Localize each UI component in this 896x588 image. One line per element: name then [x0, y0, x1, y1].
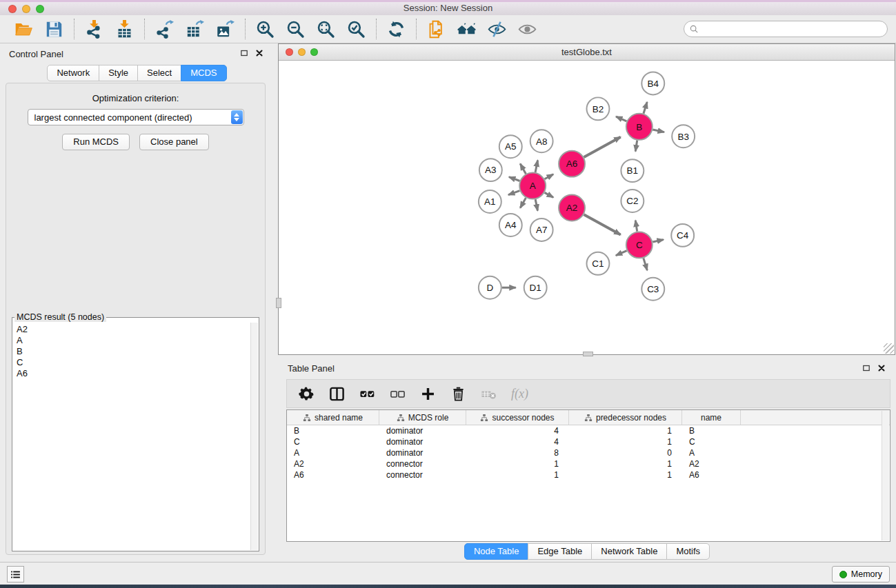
table-tab-network-table[interactable]: Network Table	[591, 543, 667, 560]
graph-node-A[interactable]: A	[519, 173, 546, 199]
table-cell[interactable]: dominator	[379, 447, 466, 458]
graph-node-C3[interactable]: C3	[641, 278, 664, 301]
table-cell[interactable]: C	[287, 436, 379, 447]
open-file-icon[interactable]	[14, 20, 33, 39]
mcds-result-item[interactable]: A6	[17, 368, 250, 379]
graph-node-A5[interactable]: A5	[499, 135, 522, 158]
mcds-result-item[interactable]: C	[17, 357, 250, 368]
import-network-icon[interactable]	[85, 20, 103, 39]
control-tab-select[interactable]: Select	[137, 65, 181, 81]
table-tab-motifs[interactable]: Motifs	[666, 543, 710, 560]
table-cell[interactable]: 1	[466, 469, 569, 480]
graph-node-B2[interactable]: B2	[587, 97, 610, 120]
graph-edge-A-A2[interactable]	[545, 192, 554, 197]
export-network-icon[interactable]	[155, 20, 174, 39]
close-window-button[interactable]	[8, 5, 17, 13]
graph-node-A7[interactable]: A7	[530, 219, 553, 241]
search-box[interactable]	[684, 21, 888, 37]
graph-node-A1[interactable]: A1	[479, 190, 501, 213]
column-header-name[interactable]: name	[682, 410, 741, 425]
task-history-button[interactable]	[7, 566, 24, 582]
split-columns-icon[interactable]	[329, 386, 345, 402]
clone-network-icon[interactable]	[427, 20, 446, 39]
table-cell[interactable]: 4	[466, 436, 569, 447]
graph-node-B4[interactable]: B4	[641, 72, 664, 94]
minimize-window-button[interactable]	[22, 5, 30, 13]
graph-edge-C-C3[interactable]	[644, 258, 647, 270]
zoom-in-icon[interactable]	[256, 20, 275, 39]
deselect-all-icon[interactable]	[390, 386, 406, 402]
table-tab-edge-table[interactable]: Edge Table	[528, 543, 592, 560]
float-panel-icon[interactable]	[239, 48, 249, 58]
table-cell[interactable]: 1	[569, 425, 682, 436]
graph-node-B1[interactable]: B1	[621, 159, 644, 182]
graph-edge-B-B2[interactable]	[616, 116, 626, 121]
column-header-successor-nodes[interactable]: successor nodes	[466, 410, 569, 425]
control-tab-mcds[interactable]: MCDS	[181, 65, 226, 81]
graph-edge-A-A5[interactable]	[520, 164, 526, 174]
close-table-panel-icon[interactable]	[877, 363, 886, 373]
table-tab-node-table[interactable]: Node Table	[464, 543, 529, 560]
close-panel-button[interactable]: Close panel	[139, 134, 209, 150]
table-cell[interactable]: 8	[466, 447, 569, 458]
table-scrollbar[interactable]	[882, 411, 889, 540]
memory-button[interactable]: Memory	[832, 566, 890, 582]
table-cell[interactable]: 1	[569, 436, 682, 447]
graph-node-A8[interactable]: A8	[530, 130, 553, 152]
graph-node-A6[interactable]: A6	[559, 151, 585, 177]
table-cell[interactable]: A6	[682, 469, 741, 480]
graph-edge-C-C2[interactable]	[635, 221, 637, 232]
mcds-result-item[interactable]: B	[17, 346, 250, 357]
graph-node-D[interactable]: D	[479, 276, 501, 299]
graph-edge-A2-C[interactable]	[584, 214, 621, 234]
control-tab-style[interactable]: Style	[99, 65, 138, 81]
column-header-predecessor-nodes[interactable]: predecessor nodes	[569, 410, 682, 425]
graph-edge-B-B3[interactable]	[653, 130, 664, 132]
refresh-icon[interactable]	[387, 20, 406, 39]
window-resize-grip[interactable]	[884, 343, 894, 354]
optimization-criterion-select[interactable]: largest connected component (directed)	[28, 109, 244, 125]
table-cell[interactable]: connector	[379, 458, 466, 469]
graph-edge-A6-B[interactable]	[584, 137, 621, 157]
table-cell[interactable]: A	[287, 447, 379, 458]
mcds-list-scrollbar[interactable]	[250, 323, 258, 550]
table-cell[interactable]: 0	[569, 447, 682, 458]
graph-edge-C-C4[interactable]	[653, 240, 664, 242]
network-close-button[interactable]	[286, 48, 293, 56]
graph-edge-B-B1[interactable]	[635, 141, 637, 152]
graph-edge-C-C1[interactable]	[616, 251, 627, 256]
graph-edge-A-A7[interactable]	[535, 199, 537, 210]
zoom-window-button[interactable]	[36, 5, 44, 13]
graph-edge-A-A6[interactable]	[545, 174, 554, 179]
delete-entry-icon[interactable]	[450, 386, 466, 402]
network-vertical-scroll-thumb[interactable]	[276, 298, 281, 308]
select-all-icon[interactable]	[359, 386, 375, 402]
table-cell[interactable]: dominator	[379, 425, 466, 436]
network-horizontal-scroll-thumb[interactable]	[583, 352, 593, 356]
graph-node-C[interactable]: C	[626, 232, 653, 258]
graph-node-A4[interactable]: A4	[499, 214, 522, 236]
table-cell[interactable]: A6	[287, 469, 379, 480]
table-cell[interactable]: B	[682, 425, 741, 436]
export-image-icon[interactable]	[216, 20, 235, 39]
search-input[interactable]	[699, 23, 882, 34]
graph-node-D1[interactable]: D1	[524, 276, 547, 299]
table-cell[interactable]: connector	[379, 469, 466, 480]
graph-node-C4[interactable]: C4	[671, 224, 694, 247]
zoom-selected-icon[interactable]	[347, 20, 366, 39]
export-table-icon[interactable]	[186, 20, 204, 39]
table-cell[interactable]: dominator	[379, 436, 466, 447]
graph-node-B[interactable]: B	[626, 114, 653, 140]
graph-edge-B-B4[interactable]	[644, 102, 647, 114]
mcds-result-item[interactable]: A2	[17, 324, 250, 335]
graph-node-C2[interactable]: C2	[621, 190, 644, 212]
table-cell[interactable]: 4	[466, 425, 569, 436]
graph-node-C1[interactable]: C1	[587, 252, 610, 275]
show-panel-icon[interactable]	[518, 20, 537, 39]
close-panel-icon[interactable]	[255, 48, 264, 58]
network-minimize-button[interactable]	[298, 48, 306, 56]
table-cell[interactable]: 1	[466, 458, 569, 469]
hide-panel-icon[interactable]	[488, 20, 506, 39]
graph-edge-A-A1[interactable]	[508, 191, 519, 195]
float-table-panel-icon[interactable]	[862, 363, 871, 373]
